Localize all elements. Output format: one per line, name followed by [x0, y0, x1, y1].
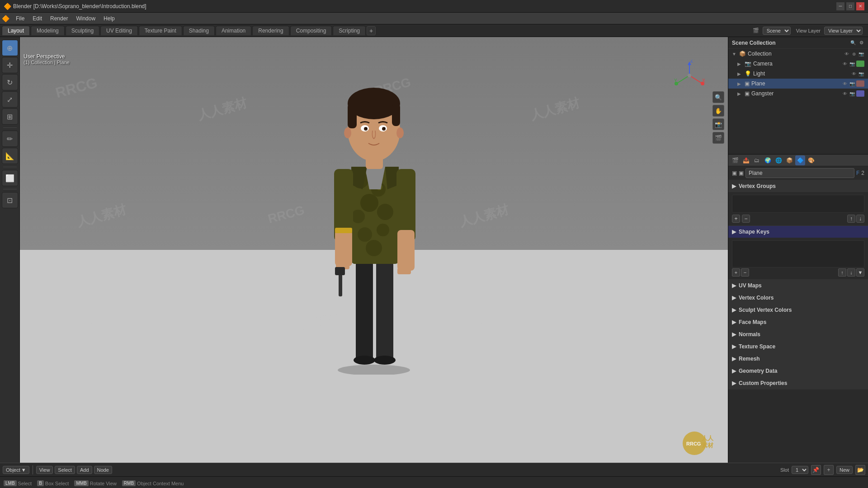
eye-icon-camera[interactable]: 👁: [842, 61, 848, 67]
outliner-search-icon[interactable]: 🔍: [850, 40, 856, 46]
vertex-group-add-btn[interactable]: +: [732, 215, 740, 223]
uv-maps-header[interactable]: ▶ UV Maps: [728, 280, 868, 291]
bottom-view-menu[interactable]: View: [36, 466, 53, 474]
vertex-groups-content: + − ↑ ↓: [728, 192, 868, 225]
sculpt-vertex-colors-header[interactable]: ▶ Sculpt Vertex Colors: [728, 304, 868, 316]
render-icon-gangster[interactable]: 📷: [849, 90, 855, 97]
tab-animation[interactable]: Animation: [216, 26, 251, 35]
outliner-filter-icon[interactable]: ⚙: [858, 40, 864, 46]
tab-modeling[interactable]: Modeling: [31, 26, 65, 35]
rotate-tool[interactable]: ↻: [2, 74, 18, 90]
menu-edit[interactable]: Edit: [29, 14, 46, 23]
slot-select[interactable]: 1: [792, 466, 808, 474]
scene-collection-label: Scene Collection: [732, 40, 776, 46]
custom-properties-header[interactable]: ▶ Custom Properties: [728, 377, 868, 389]
annotate-tool[interactable]: ✏: [2, 131, 18, 147]
pan-button[interactable]: ✋: [712, 105, 724, 117]
move-tool[interactable]: ✛: [2, 57, 18, 73]
user-count[interactable]: 2: [861, 170, 864, 176]
browse-material[interactable]: 📂: [855, 465, 865, 475]
camera-view-button[interactable]: 📸: [712, 118, 724, 130]
tab-sculpting[interactable]: Sculpting: [66, 26, 99, 35]
scale-tool[interactable]: ⤢: [2, 91, 18, 108]
prop-tab-output[interactable]: 📤: [741, 155, 751, 165]
cursor-tool[interactable]: ⊕: [2, 40, 18, 56]
extra-tool[interactable]: ⊡: [2, 192, 18, 208]
prop-tab-scene[interactable]: 🌍: [763, 155, 773, 165]
prop-tab-view-layer[interactable]: 🗂: [752, 155, 762, 165]
texture-space-header[interactable]: ▶ Texture Space: [728, 341, 868, 352]
prop-tab-object[interactable]: 📦: [784, 155, 794, 165]
new-btn[interactable]: New: [836, 466, 853, 474]
outliner-item-collection[interactable]: ▼ 📦 Collection 👁 ⊕ 📷: [728, 49, 868, 59]
tab-texture-paint[interactable]: Texture Paint: [139, 26, 182, 35]
menu-window[interactable]: Window: [72, 14, 99, 23]
scene-select[interactable]: Scene: [763, 27, 791, 35]
tab-shading[interactable]: Shading: [183, 26, 215, 35]
eye-icon-gangster[interactable]: 👁: [842, 90, 848, 97]
fake-user-btn[interactable]: F: [856, 170, 859, 176]
outliner-item-light[interactable]: ▶ 💡 Light 👁 📷: [728, 69, 868, 79]
shape-keys-list: [732, 240, 864, 267]
vertex-group-remove-btn[interactable]: −: [742, 215, 750, 223]
outliner-item-gangster[interactable]: ▶ ▣ Gangster 👁 📷: [728, 89, 868, 99]
cursor-icon[interactable]: ⊕: [851, 51, 857, 57]
mesh-name-input[interactable]: [745, 168, 854, 178]
add-slot-btn[interactable]: +: [824, 465, 834, 475]
shape-keys-header[interactable]: ▶ Shape Keys: [728, 226, 868, 238]
tab-compositing[interactable]: Compositing: [290, 26, 332, 35]
shape-up-btn[interactable]: ↑: [838, 268, 846, 277]
object-mode-bottom[interactable]: Object ▼: [3, 466, 29, 474]
vertex-group-down-btn[interactable]: ↓: [856, 215, 864, 223]
render-preview-button[interactable]: 🎬: [712, 132, 724, 144]
prop-tab-mesh[interactable]: 🔷: [795, 155, 805, 165]
tab-layout[interactable]: Layout: [2, 26, 30, 35]
shape-add-btn[interactable]: +: [732, 268, 740, 277]
close-button[interactable]: ✕: [856, 2, 864, 10]
menu-render[interactable]: Render: [47, 14, 71, 23]
viewport[interactable]: Object Mode ▼ View Select Add Object Glo…: [20, 37, 728, 463]
face-maps-header[interactable]: ▶ Face Maps: [728, 316, 868, 328]
render-icon[interactable]: 📷: [858, 51, 864, 57]
render-icon-light[interactable]: 📷: [858, 70, 864, 77]
eye-icon-light[interactable]: 👁: [851, 70, 857, 77]
shape-remove-btn[interactable]: −: [741, 268, 749, 277]
render-icon-camera[interactable]: 📷: [849, 61, 855, 67]
view-layer-select[interactable]: View Layer: [824, 27, 863, 35]
eye-icon[interactable]: 👁: [844, 51, 850, 57]
pin-icon[interactable]: 📌: [811, 465, 821, 475]
bottom-node-menu[interactable]: Node: [94, 466, 112, 474]
svg-point-14: [377, 224, 389, 236]
shape-more-btn[interactable]: ▼: [856, 268, 864, 277]
bottom-select-menu[interactable]: Select: [55, 466, 75, 474]
tab-scripting[interactable]: Scripting: [333, 26, 366, 35]
vertex-colors-header[interactable]: ▶ Vertex Colors: [728, 292, 868, 304]
vertex-group-up-btn[interactable]: ↑: [847, 215, 855, 223]
shape-down-btn[interactable]: ↓: [847, 268, 855, 277]
transform-tool[interactable]: ⊞: [2, 108, 18, 125]
tab-uv-editing[interactable]: UV Editing: [100, 26, 138, 35]
bottom-add-menu[interactable]: Add: [77, 466, 92, 474]
add-workspace-button[interactable]: +: [367, 26, 376, 35]
outliner-item-camera[interactable]: ▶ 📷 Camera 👁 📷: [728, 59, 868, 69]
menu-file[interactable]: File: [12, 14, 28, 23]
minimize-button[interactable]: ─: [836, 2, 844, 10]
menu-help[interactable]: Help: [100, 14, 118, 23]
geometry-data-header[interactable]: ▶ Geometry Data: [728, 365, 868, 377]
eye-icon-plane[interactable]: 👁: [842, 80, 848, 87]
zoom-in-button[interactable]: 🔍: [712, 91, 724, 103]
normals-header[interactable]: ▶ Normals: [728, 328, 868, 340]
prop-tab-render[interactable]: 🎬: [730, 155, 740, 165]
prop-tab-world[interactable]: 🌐: [774, 155, 783, 165]
vertex-groups-header[interactable]: ▶ Vertex Groups: [728, 180, 868, 192]
svg-point-0: [338, 365, 410, 375]
measure-tool[interactable]: 📐: [2, 148, 18, 164]
render-icon-plane[interactable]: 📷: [849, 80, 855, 87]
remesh-header[interactable]: ▶ Remesh: [728, 353, 868, 365]
tab-rendering[interactable]: Rendering: [252, 26, 289, 35]
prop-tab-material[interactable]: 🎨: [806, 155, 816, 165]
status-box-select: B Box Select: [37, 480, 69, 486]
maximize-button[interactable]: □: [846, 2, 854, 10]
add-cube-tool[interactable]: ⬜: [2, 170, 18, 186]
outliner-item-plane[interactable]: ▶ ▣ Plane 👁 📷: [728, 79, 868, 89]
